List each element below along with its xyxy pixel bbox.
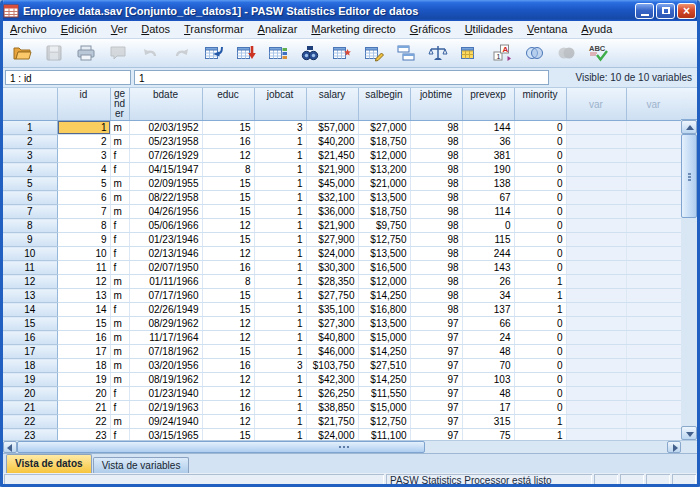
open-file-button[interactable] xyxy=(8,40,36,66)
cell-salary[interactable]: $32,100 xyxy=(306,191,358,205)
cell-salary[interactable]: $36,000 xyxy=(306,205,358,219)
cell-gender[interactable]: f xyxy=(110,387,129,401)
cell-salary[interactable]: $46,000 xyxy=(306,345,358,359)
maximize-button[interactable] xyxy=(656,3,675,19)
cell-educ[interactable]: 15 xyxy=(202,345,254,359)
cell-id[interactable]: 12 xyxy=(57,275,110,289)
cell-id[interactable]: 17 xyxy=(57,345,110,359)
row-header[interactable]: 10 xyxy=(3,247,57,261)
column-header-var2[interactable]: var xyxy=(626,88,681,121)
cell-jobtime[interactable]: 98 xyxy=(410,149,462,163)
horizontal-scroll-thumb[interactable] xyxy=(17,441,425,453)
row-header[interactable]: 9 xyxy=(3,233,57,247)
variables-button[interactable] xyxy=(264,40,292,66)
cell-var[interactable] xyxy=(566,163,626,177)
horizontal-scrollbar[interactable] xyxy=(3,440,681,453)
cell-bdate[interactable]: 02/09/1955 xyxy=(129,177,202,191)
cell-prevexp[interactable]: 244 xyxy=(462,247,514,261)
row-header[interactable]: 21 xyxy=(3,401,57,415)
cell-jobcat[interactable]: 1 xyxy=(254,177,306,191)
cell-salary[interactable]: $21,900 xyxy=(306,163,358,177)
column-header-prevexp[interactable]: prevexp xyxy=(462,88,514,121)
cell-salbegin[interactable]: $14,250 xyxy=(358,373,410,387)
cell-jobtime[interactable]: 97 xyxy=(410,387,462,401)
cell-jobtime[interactable]: 97 xyxy=(410,415,462,429)
row-header[interactable]: 19 xyxy=(3,373,57,387)
cell-prevexp[interactable]: 48 xyxy=(462,387,514,401)
cell-educ[interactable]: 12 xyxy=(202,387,254,401)
cell-id[interactable]: 22 xyxy=(57,415,110,429)
cell-var[interactable] xyxy=(566,359,626,373)
cell-prevexp[interactable]: 103 xyxy=(462,373,514,387)
cell-gender[interactable]: f xyxy=(110,303,129,317)
cell-gender[interactable]: m xyxy=(110,373,129,387)
cell-jobcat[interactable]: 1 xyxy=(254,373,306,387)
cell-salary[interactable]: $21,900 xyxy=(306,219,358,233)
cell-prevexp[interactable]: 144 xyxy=(462,121,514,135)
cell-educ[interactable]: 8 xyxy=(202,163,254,177)
cell-jobtime[interactable]: 98 xyxy=(410,121,462,135)
cell-prevexp[interactable]: 115 xyxy=(462,233,514,247)
cell-jobcat[interactable]: 1 xyxy=(254,247,306,261)
cell-salary[interactable]: $30,300 xyxy=(306,261,358,275)
cell-gender[interactable]: f xyxy=(110,219,129,233)
cell-id[interactable]: 10 xyxy=(57,247,110,261)
cell-var[interactable] xyxy=(626,261,681,275)
cell-id[interactable]: 18 xyxy=(57,359,110,373)
cell-id[interactable]: 11 xyxy=(57,261,110,275)
cell-prevexp[interactable]: 381 xyxy=(462,149,514,163)
cell-var[interactable] xyxy=(566,317,626,331)
cell-bdate[interactable]: 02/19/1963 xyxy=(129,401,202,415)
cell-salbegin[interactable]: $11,550 xyxy=(358,387,410,401)
cell-var[interactable] xyxy=(626,149,681,163)
cell-var[interactable] xyxy=(626,233,681,247)
cell-jobtime[interactable]: 98 xyxy=(410,205,462,219)
cell-salbegin[interactable]: $9,750 xyxy=(358,219,410,233)
cell-prevexp[interactable]: 0 xyxy=(462,219,514,233)
cell-bdate[interactable]: 07/18/1962 xyxy=(129,345,202,359)
cell-jobcat[interactable]: 1 xyxy=(254,401,306,415)
column-header-salbegin[interactable]: salbegin xyxy=(358,88,410,121)
cell-bdate[interactable]: 01/23/1946 xyxy=(129,233,202,247)
row-header[interactable]: 4 xyxy=(3,163,57,177)
row-header[interactable]: 20 xyxy=(3,387,57,401)
cell-minority[interactable]: 0 xyxy=(514,317,566,331)
cell-var[interactable] xyxy=(566,401,626,415)
cell-jobtime[interactable]: 97 xyxy=(410,401,462,415)
cell-var[interactable] xyxy=(626,317,681,331)
cell-prevexp[interactable]: 67 xyxy=(462,191,514,205)
cell-var[interactable] xyxy=(626,191,681,205)
cell-jobcat[interactable]: 1 xyxy=(254,303,306,317)
cell-jobtime[interactable]: 98 xyxy=(410,303,462,317)
cell-minority[interactable]: 0 xyxy=(514,261,566,275)
cell-salbegin[interactable]: $12,000 xyxy=(358,149,410,163)
cell-bdate[interactable]: 08/29/1962 xyxy=(129,317,202,331)
cell-id[interactable]: 20 xyxy=(57,387,110,401)
column-header-educ[interactable]: educ xyxy=(202,88,254,121)
cell-educ[interactable]: 15 xyxy=(202,121,254,135)
row-header[interactable]: 18 xyxy=(3,359,57,373)
cell-jobcat[interactable]: 1 xyxy=(254,331,306,345)
cell-salbegin[interactable]: $13,500 xyxy=(358,247,410,261)
scroll-right-arrow[interactable] xyxy=(667,441,681,453)
cell-var[interactable] xyxy=(566,345,626,359)
cell-id[interactable]: 5 xyxy=(57,177,110,191)
weight-cases-button[interactable] xyxy=(424,40,452,66)
cell-var[interactable] xyxy=(626,289,681,303)
cell-var[interactable] xyxy=(626,275,681,289)
cell-gender[interactable]: m xyxy=(110,359,129,373)
value-labels-button[interactable]: 1A xyxy=(488,40,516,66)
cell-minority[interactable]: 0 xyxy=(514,345,566,359)
cell-var[interactable] xyxy=(626,359,681,373)
cell-educ[interactable]: 15 xyxy=(202,289,254,303)
column-header-bdate[interactable]: bdate xyxy=(129,88,202,121)
cell-gender[interactable]: m xyxy=(110,345,129,359)
minimize-button[interactable] xyxy=(635,3,654,19)
cell-var[interactable] xyxy=(566,289,626,303)
cell-jobcat[interactable]: 3 xyxy=(254,359,306,373)
cell-id[interactable]: 8 xyxy=(57,219,110,233)
cell-salbegin[interactable]: $14,250 xyxy=(358,289,410,303)
cell-gender[interactable]: f xyxy=(110,261,129,275)
cell-editor[interactable]: 1 xyxy=(134,70,549,85)
cell-educ[interactable]: 16 xyxy=(202,135,254,149)
